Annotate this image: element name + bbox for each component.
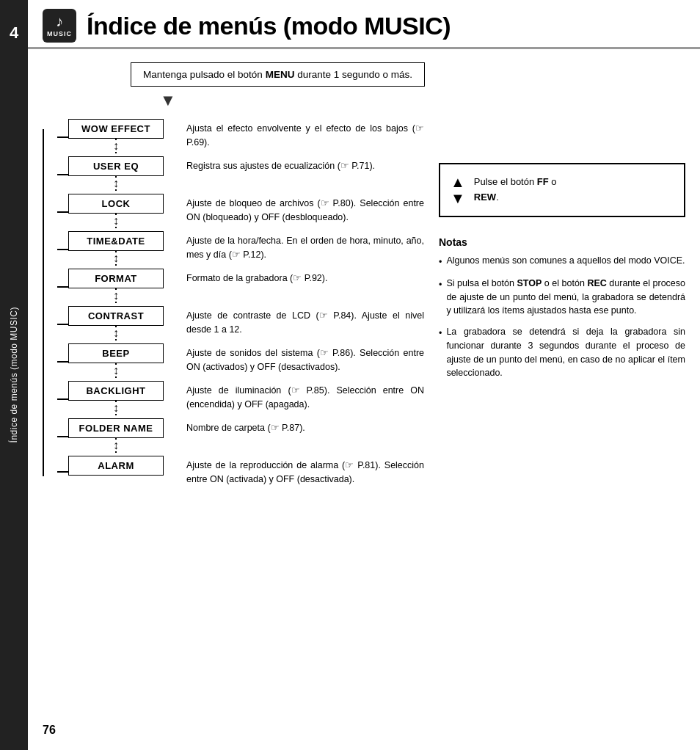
up-down-arrow-icon: ↕ [113, 365, 119, 376]
menu-item-col: TIME&DATE↕ [57, 231, 175, 266]
menu-box-beep: BEEP [68, 343, 164, 363]
connector-line-2 [115, 302, 117, 303]
note-item: •Algunos menús son comunes a aquellos de… [439, 254, 685, 269]
menu-item-col: USER EQ↕ [57, 156, 175, 191]
connector-line-2 [115, 189, 117, 191]
right-panel: ▲ ▼ Pulse el botón FF oREW. Notas •Algun… [439, 119, 685, 489]
double-arrow-icon: ↕ [113, 326, 119, 341]
menu-description: Ajuste de la hora/fecha. En el orden de … [175, 231, 424, 262]
note-text: Si pulsa el botón STOP o el botón REC du… [446, 277, 685, 318]
menu-item-col: CONTRAST↕ [57, 306, 175, 341]
down-arrow-icon: ▼ [451, 191, 465, 205]
main-content: ♪ MUSIC Índice de menús (modo MUSIC) Man… [28, 0, 700, 750]
page-header: ♪ MUSIC Índice de menús (modo MUSIC) [28, 0, 700, 49]
connector-line-2 [115, 414, 117, 415]
page-number: 76 [43, 724, 56, 737]
menu-row: BACKLIGHT↕Ajuste de iluminación (☞ P.85)… [57, 381, 424, 415]
double-arrow-icon: ↕ [113, 363, 119, 378]
notes-section: Notas •Algunos menús son comunes a aquel… [439, 236, 685, 387]
sidebar-number: 4 [0, 0, 28, 66]
menu-row: USER EQ↕Registra sus ajustes de ecualiza… [57, 156, 424, 191]
music-icon: ♪ MUSIC [43, 9, 76, 43]
music-note-icon: ♪ [56, 14, 63, 29]
note-item: •La grabadora se detendrá si deja la gra… [439, 325, 685, 380]
connector-line-2 [115, 227, 117, 228]
note-text: La grabadora se detendrá si deja la grab… [446, 325, 685, 380]
up-down-arrow-icon: ↕ [113, 327, 119, 339]
menu-box-time-date: TIME&DATE [68, 231, 164, 251]
stop-bold: STOP [517, 278, 542, 288]
connector-line-2 [115, 264, 117, 266]
instruction-text-after: durante 1 segundo o más. [294, 69, 412, 80]
notes-title: Notas [439, 236, 685, 248]
up-down-arrow-icon: ↕ [113, 178, 119, 189]
menu-description: Ajuste de contraste de LCD (☞ P.84). Aju… [175, 306, 424, 337]
menu-bold: MENU [266, 69, 295, 80]
menu-item-col: LOCK↕ [57, 194, 175, 228]
up-down-arrow-icon: ↕ [113, 140, 119, 152]
double-arrow-icon: ↕ [113, 176, 119, 191]
menu-box-alarm: ALARM [68, 456, 164, 476]
menu-row: FORMAT↕Formato de la grabadora (☞ P.92). [57, 269, 424, 303]
menu-description: Ajuste de la reproducción de alarma (☞ P… [175, 456, 424, 487]
menu-rows: WOW EFFECT↕Ajusta el efecto envolvente y… [57, 119, 424, 487]
menu-item-col: BEEP↕ [57, 343, 175, 378]
menu-item-col: FOLDER NAME↕ [57, 418, 175, 453]
menu-box-lock: LOCK [68, 194, 164, 214]
double-arrow-icon: ↕ [113, 438, 119, 453]
up-down-arrow-icon: ↕ [113, 252, 119, 264]
main-layout: WOW EFFECT↕Ajusta el efecto envolvente y… [43, 119, 685, 489]
menu-row: ALARMAjuste de la reproducción de alarma… [57, 456, 424, 487]
menu-box-wow-effect: WOW EFFECT [68, 119, 164, 139]
menu-row: WOW EFFECT↕Ajusta el efecto envolvente y… [57, 119, 424, 153]
bullet-icon: • [439, 255, 442, 269]
chapter-number: 4 [10, 23, 18, 43]
flow-container: WOW EFFECT↕Ajusta el efecto envolvente y… [43, 119, 424, 487]
menu-item-col: BACKLIGHT↕ [57, 381, 175, 415]
ff-rew-text: Pulse el botón FF oREW. [474, 175, 557, 205]
up-down-arrow-icon: ↕ [113, 440, 119, 451]
bullet-icon: • [439, 327, 442, 341]
ff-rew-arrows-icon: ▲ ▼ [451, 175, 465, 205]
menu-description: Ajuste de iluminación (☞ P.85). Selecció… [175, 381, 424, 412]
double-arrow-icon: ↕ [113, 139, 119, 153]
up-arrow-icon: ▲ [451, 175, 465, 189]
vertical-line [43, 129, 44, 476]
menu-item-col: FORMAT↕ [57, 269, 175, 303]
double-arrow-icon: ↕ [113, 251, 119, 266]
page-title: Índice de menús (modo MUSIC) [87, 12, 451, 40]
music-label: MUSIC [47, 30, 72, 37]
menu-box-backlight: BACKLIGHT [68, 381, 164, 401]
ff-bold: FF [537, 176, 549, 187]
menu-box-format: FORMAT [68, 269, 164, 288]
ff-rew-box: ▲ ▼ Pulse el botón FF oREW. [439, 163, 685, 217]
menu-box-contrast: CONTRAST [68, 306, 164, 326]
menu-description: Ajuste de sonidos del sistema (☞ P.86). … [175, 343, 424, 374]
menu-description: Registra sus ajustes de ecualización (☞ … [175, 156, 424, 173]
sidebar: 4 Índice de menús (modo MUSIC) [0, 0, 28, 750]
rec-bold: REC [587, 278, 606, 288]
menu-description: Ajusta el efecto envolvente y el efecto … [175, 119, 424, 150]
menu-description: Nombre de carpeta (☞ P.87). [175, 418, 424, 435]
up-down-arrow-icon: ↕ [113, 402, 119, 414]
menu-box-folder-name: FOLDER NAME [68, 418, 164, 438]
menu-box-user-eq: USER EQ [68, 156, 164, 176]
menu-item-col: WOW EFFECT↕ [57, 119, 175, 153]
menu-row: LOCK↕Ajuste de bloqueo de archivos (☞ P.… [57, 194, 424, 228]
connector-line-2 [115, 339, 117, 341]
double-arrow-icon: ↕ [113, 401, 119, 415]
connector-line-2 [115, 376, 117, 378]
menu-description: Ajuste de bloqueo de archivos (☞ P.80). … [175, 194, 424, 225]
instruction-text-before: Mantenga pulsado el botón [143, 69, 266, 80]
menu-flow: WOW EFFECT↕Ajusta el efecto envolvente y… [43, 119, 424, 489]
menu-row: FOLDER NAME↕Nombre de carpeta (☞ P.87). [57, 418, 424, 453]
up-down-arrow-icon: ↕ [113, 290, 119, 302]
note-text: Algunos menús son comunes a aquellos del… [446, 254, 685, 268]
arrow-down-icon: ▼ [160, 92, 176, 109]
sidebar-label: Índice de menús (modo MUSIC) [9, 307, 19, 443]
connector-line-2 [115, 451, 117, 453]
double-arrow-icon: ↕ [113, 214, 119, 228]
double-arrow-icon: ↕ [113, 288, 119, 303]
rew-bold: REW [474, 192, 496, 203]
bullet-icon: • [439, 278, 442, 292]
